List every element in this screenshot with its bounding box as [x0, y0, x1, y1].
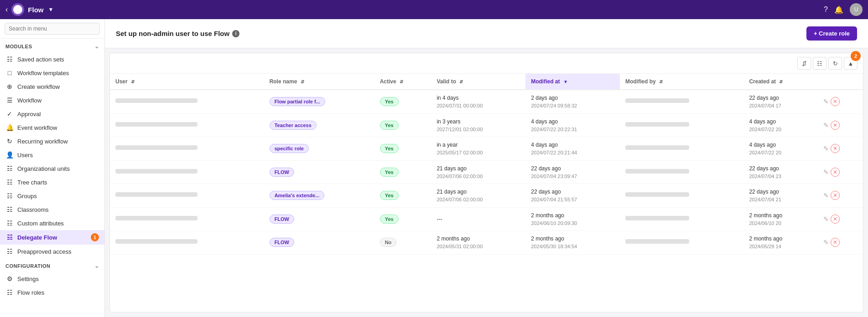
sidebar-item-groups[interactable]: ☷ Groups	[0, 189, 104, 203]
edit-button[interactable]: ✎	[823, 215, 829, 223]
cell-user	[110, 231, 264, 255]
sidebar: MODULES ⌄ ☷ Saved action sets □ Workflow…	[0, 19, 105, 317]
col-active[interactable]: Active ⇵	[374, 74, 431, 90]
sidebar-item-flow-roles[interactable]: ☷ Flow roles	[0, 286, 104, 299]
org-units-icon: ☷	[5, 165, 14, 172]
sidebar-item-label: Flow roles	[17, 289, 44, 296]
row-actions-group: ✎ ✕	[823, 97, 858, 106]
edit-button[interactable]: ✎	[823, 98, 829, 105]
sidebar-item-saved-action-sets[interactable]: ☷ Saved action sets	[0, 52, 104, 66]
cell-valid-to: in 4 days2024/07/31 00:00:00	[431, 90, 525, 113]
cell-valid-to: 21 days ago2024/07/06 02:00:00	[431, 184, 525, 208]
info-icon[interactable]: i	[232, 30, 239, 37]
edit-button[interactable]: ✎	[823, 239, 829, 246]
sidebar-item-tree-charts[interactable]: ☷ Tree charts	[0, 175, 104, 189]
sidebar-item-organizational-units[interactable]: ☷ Organizational units	[0, 162, 104, 175]
cell-modified-at: 4 days ago2024/07/22 20:21:44	[525, 137, 620, 161]
recurring-workflow-icon: ↻	[5, 138, 14, 145]
cell-active: Yes	[374, 207, 431, 231]
cell-created-at: 4 days ago2024/07/22 20	[743, 137, 817, 161]
cell-row-actions: ✎ ✕	[818, 113, 863, 137]
cell-modified-by	[620, 160, 743, 184]
edit-button[interactable]: ✎	[823, 145, 829, 152]
col-valid-to[interactable]: Valid to ⇵	[431, 74, 525, 90]
delete-button[interactable]: ✕	[831, 121, 840, 130]
sidebar-item-label: Create workflow	[17, 83, 60, 90]
modules-collapse-icon[interactable]: ⌄	[94, 43, 99, 50]
edit-button[interactable]: ✎	[823, 122, 829, 129]
table-toolbar: ⇵ ☷ ↻ ▲	[110, 53, 863, 74]
col-modified-by[interactable]: Modified by ⇵	[620, 74, 743, 90]
search-input[interactable]	[5, 23, 100, 35]
table-row: Amelia's extende... Yes 21 days ago2024/…	[110, 184, 863, 208]
help-icon[interactable]: ?	[824, 5, 828, 14]
valid-to-abs: 2027/12/01 02:00:00	[437, 126, 520, 133]
col-role-name[interactable]: Role name ⇵	[264, 74, 374, 90]
cell-role-name: FLOW	[264, 231, 374, 255]
sidebar-item-workflow-templates[interactable]: □ Workflow templates	[0, 66, 104, 80]
sidebar-item-classrooms[interactable]: ☷ Classrooms	[0, 203, 104, 216]
cell-active: Yes	[374, 184, 431, 208]
sidebar-item-users[interactable]: 👤 Users	[0, 148, 104, 162]
valid-to-abs: 2024/05/31 02:00:00	[437, 243, 520, 251]
back-button[interactable]: ‹	[5, 5, 8, 14]
delete-button[interactable]: ✕	[831, 191, 840, 200]
valid-to-rel: 2 months ago	[437, 235, 520, 243]
delete-button[interactable]: ✕	[831, 238, 840, 247]
cell-valid-to: in 3 years2027/12/01 02:00:00	[431, 113, 525, 137]
valid-to-abs: 2024/07/06 02:00:00	[437, 196, 520, 204]
sidebar-item-delegate-flow[interactable]: ☷ Delegate Flow 1	[0, 230, 104, 245]
delete-button[interactable]: ✕	[831, 168, 840, 177]
cell-modified-at: 2 months ago2024/05/30 18:34:54	[525, 231, 620, 255]
col-user[interactable]: User ⇵	[110, 74, 264, 90]
cell-role-name: Flow partial role f...	[264, 90, 374, 113]
users-icon: 👤	[5, 151, 14, 158]
delegate-flow-icon: ☷	[5, 234, 14, 241]
saved-action-sets-icon: ☷	[5, 56, 14, 63]
topbar: ‹ Flow ▼ ? 🔔 U	[0, 0, 868, 19]
delete-button[interactable]: ✕	[831, 144, 840, 153]
table-header-row: User ⇵ Role name ⇵ Active ⇵ Valid to	[110, 74, 863, 90]
event-workflow-icon: 🔔	[5, 124, 14, 131]
sidebar-item-create-workflow[interactable]: ⊕ Create workflow	[0, 80, 104, 93]
edit-button[interactable]: ✎	[823, 169, 829, 176]
table-row: Flow partial role f... Yes in 4 days2024…	[110, 90, 863, 113]
cell-active: No	[374, 231, 431, 255]
tree-charts-icon: ☷	[5, 179, 14, 186]
modified-at-sort-icon: ▼	[563, 79, 568, 84]
columns-toolbar-button[interactable]: ☷	[813, 57, 826, 70]
configuration-collapse-icon[interactable]: ⌄	[94, 263, 99, 269]
valid-to-rel: in 3 years	[437, 118, 520, 126]
sidebar-item-preapproved-access[interactable]: ☷ Preapproved access	[0, 245, 104, 258]
valid-to-rel: ---	[437, 216, 520, 222]
sort-toolbar-button[interactable]: ⇵	[797, 57, 811, 70]
sidebar-item-event-workflow[interactable]: 🔔 Event workflow	[0, 121, 104, 134]
sidebar-item-custom-attributes[interactable]: ☷ Custom attributes	[0, 216, 104, 230]
sidebar-item-label: Workflow	[17, 97, 42, 104]
delete-button[interactable]: ✕	[831, 97, 840, 106]
cell-valid-to: ---	[431, 207, 525, 231]
edit-button[interactable]: ✎	[823, 192, 829, 199]
col-created-at[interactable]: Created at ⇵	[743, 74, 817, 90]
sidebar-item-workflow[interactable]: ☰ Workflow	[0, 93, 104, 107]
cell-modified-by	[620, 231, 743, 255]
bell-icon[interactable]: 🔔	[834, 5, 843, 14]
main-layout: MODULES ⌄ ☷ Saved action sets □ Workflow…	[0, 19, 868, 317]
sidebar-item-recurring-workflow[interactable]: ↻ Recurring workflow	[0, 134, 104, 148]
configuration-label: CONFIGURATION	[5, 263, 51, 269]
sidebar-item-label: Saved action sets	[17, 56, 64, 63]
sidebar-item-label: Preapproved access	[17, 248, 72, 255]
refresh-toolbar-button[interactable]: ↻	[828, 57, 842, 70]
col-modified-at[interactable]: Modified at ▼	[525, 74, 620, 90]
sidebar-item-approval[interactable]: ✓ Approval	[0, 107, 104, 121]
avatar[interactable]: U	[850, 3, 863, 16]
topbar-left: ‹ Flow ▼	[5, 3, 53, 16]
sidebar-item-settings[interactable]: ⚙ Settings	[0, 272, 104, 286]
create-role-button[interactable]: + Create role	[806, 26, 857, 41]
app-title-chevron[interactable]: ▼	[48, 6, 54, 13]
delete-button[interactable]: ✕	[831, 215, 840, 224]
active-sort-icon: ⇵	[400, 79, 403, 84]
app-logo	[11, 3, 24, 16]
flow-roles-icon: ☷	[5, 289, 14, 296]
cell-role-name: Amelia's extende...	[264, 184, 374, 208]
